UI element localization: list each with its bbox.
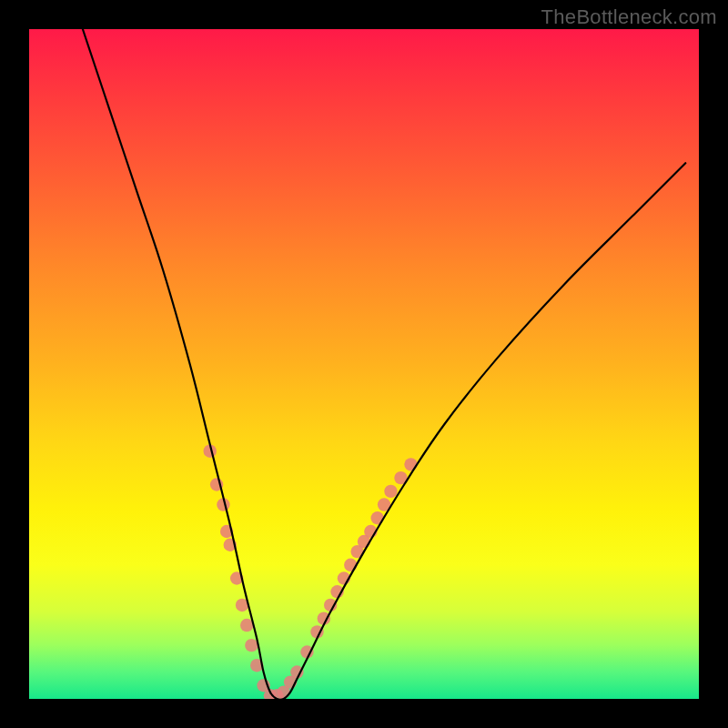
data-point-dot	[404, 458, 417, 470]
data-point-dot	[250, 659, 263, 672]
data-point-dot	[217, 498, 229, 511]
chart-svg	[29, 29, 699, 699]
data-point-dot	[220, 525, 233, 538]
data-point-dot	[245, 639, 258, 652]
data-point-dot	[284, 675, 297, 688]
data-point-dot	[210, 478, 223, 490]
data-point-dot	[350, 545, 363, 558]
data-point-dot	[257, 679, 269, 692]
chart-data-dots	[204, 444, 418, 699]
data-point-dot	[300, 645, 313, 658]
bottleneck-curve-line	[83, 29, 685, 699]
watermark-text: TheBottleneck.com	[541, 5, 717, 29]
data-point-dot	[330, 585, 343, 598]
chart-plot-area	[29, 29, 699, 699]
data-point-dot	[230, 571, 243, 584]
data-point-dot	[338, 571, 350, 584]
data-point-dot	[240, 619, 253, 632]
data-point-dot	[264, 689, 277, 699]
data-point-dot	[290, 665, 303, 678]
data-point-dot	[318, 612, 330, 624]
data-point-dot	[204, 444, 217, 457]
data-point-dot	[236, 599, 248, 612]
data-point-dot	[384, 485, 397, 498]
data-point-dot	[344, 559, 357, 571]
data-point-dot	[364, 525, 377, 538]
data-point-dot	[371, 511, 384, 524]
data-point-dot	[324, 599, 337, 612]
data-point-dot	[378, 498, 390, 511]
data-point-dot	[270, 689, 283, 699]
data-point-dot	[277, 685, 289, 698]
data-point-dot	[358, 535, 370, 548]
data-point-dot	[224, 539, 237, 551]
data-point-dot	[310, 625, 323, 638]
data-point-dot	[394, 471, 407, 484]
